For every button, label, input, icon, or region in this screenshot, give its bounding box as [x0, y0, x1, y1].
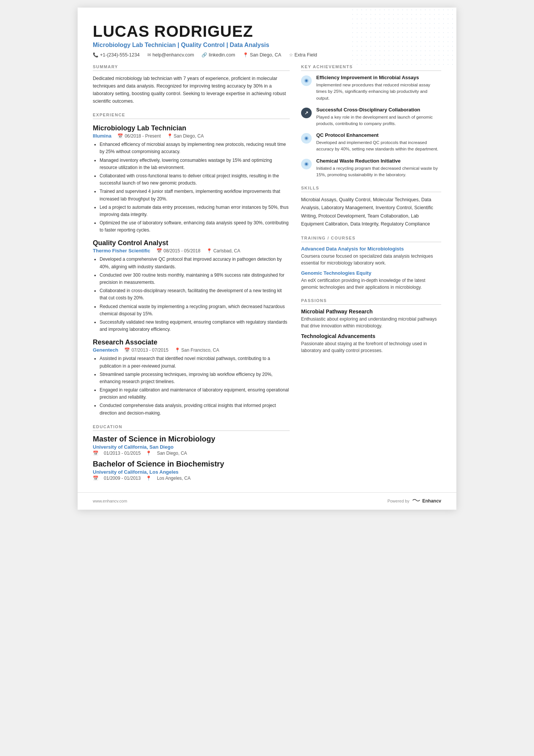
- resume-header: LUCAS RODRIGUEZ Microbiology Lab Technic…: [93, 23, 441, 58]
- skills-section-title: SKILLS: [301, 186, 441, 192]
- achievement-heading-3: QC Protocol Enhancement: [316, 132, 441, 139]
- summary-section-title: SUMMARY: [93, 64, 290, 71]
- email-value: help@enhancv.com: [153, 52, 194, 58]
- svg-point-1: [305, 80, 308, 82]
- job-bullets-3: Assisted in pivotal research that identi…: [93, 355, 290, 417]
- edu-meta-1: 📅 01/2013 - 01/2015 📍 San Diego, CA: [93, 451, 290, 456]
- bullet-1-4: Trained and supervised 4 junior staff me…: [100, 188, 290, 202]
- candidate-name: LUCAS RODRIGUEZ: [93, 23, 441, 40]
- achievement-icon-4: [301, 159, 312, 169]
- bullet-3-1: Assisted in pivotal research that identi…: [100, 355, 290, 369]
- bullet-2-3: Collaborated in cross-disciplinary resea…: [100, 287, 290, 302]
- passion-title-2: Technological Advancements: [301, 333, 441, 339]
- bullet-2-5: Successfully validated new testing equip…: [100, 319, 290, 333]
- email-icon: ✉: [147, 52, 151, 58]
- extra-field: ☆ Extra Field: [289, 52, 317, 58]
- company-2: Thermo Fisher Scientific: [93, 248, 150, 254]
- job-dates-3: 📅 07/2013 - 07/2015: [124, 347, 168, 353]
- extra-value: Extra Field: [295, 52, 317, 58]
- achievement-item-2: ↗ Successful Cross-Disciplinary Collabor…: [301, 107, 441, 127]
- bullet-3-3: Engaged in regular calibration and maint…: [100, 387, 290, 401]
- bullet-2-4: Reduced chemical waste by implementing a…: [100, 303, 290, 318]
- skills-text: Microbial Assays, Quality Control, Molec…: [301, 196, 441, 228]
- bullet-2-2: Conducted over 300 routine tests monthly…: [100, 272, 290, 286]
- location-icon: 📍: [243, 52, 248, 58]
- main-content: SUMMARY Dedicated microbiology lab techn…: [93, 64, 441, 481]
- achievement-text-3: QC Protocol Enhancement Developed and im…: [316, 132, 441, 152]
- achievement-item-4: Chemical Waste Reduction Initiative Init…: [301, 158, 441, 178]
- experience-section-title: EXPERIENCE: [93, 113, 290, 119]
- achievement-text-2: Successful Cross-Disciplinary Collaborat…: [316, 107, 441, 127]
- pin-icon-1: 📍: [167, 133, 173, 139]
- edu-calendar-icon-2: 📅: [93, 476, 98, 481]
- left-column: SUMMARY Dedicated microbiology lab techn…: [93, 64, 290, 481]
- edu-school-1: University of California, San Diego: [93, 444, 290, 450]
- passions-section-title: PASSIONS: [301, 298, 441, 305]
- edu-entry-1: Master of Science in Microbiology Univer…: [93, 435, 290, 456]
- achievement-heading-4: Chemical Waste Reduction Initiative: [316, 158, 441, 164]
- achievement-desc-2: Played a key role in the development and…: [316, 114, 441, 127]
- email-contact: ✉ help@enhancv.com: [147, 52, 194, 58]
- contact-bar: 📞 +1-(234)-555-1234 ✉ help@enhancv.com 🔗…: [93, 52, 441, 58]
- location-contact: 📍 San Diego, CA: [243, 52, 281, 58]
- achievement-item-1: Efficiency Improvement in Microbial Assa…: [301, 75, 441, 102]
- achievement-heading-2: Successful Cross-Disciplinary Collaborat…: [316, 107, 441, 113]
- edu-meta-2: 📅 01/2009 - 01/2013 📍 Los Angeles, CA: [93, 476, 290, 481]
- achievement-icon-1: [301, 75, 312, 86]
- job-dates-1: 📅 06/2018 - Present: [117, 133, 161, 139]
- job-location-2: 📍 Carlsbad, CA: [206, 248, 240, 254]
- training-desc-1: Coursera course focused on specialized d…: [301, 253, 441, 266]
- training-title-1: Advanced Data Analysis for Microbiologis…: [301, 246, 441, 252]
- training-item-2: Genomic Technologies Equity An edX certi…: [301, 270, 441, 291]
- resume-document: LUCAS RODRIGUEZ Microbiology Lab Technic…: [78, 8, 456, 510]
- training-desc-2: An edX certification providing in-depth …: [301, 277, 441, 291]
- job-dates-2: 📅 08/2015 - 05/2018: [156, 248, 200, 254]
- job-entry-1: Microbiology Lab Technician Illumina 📅 0…: [93, 124, 290, 234]
- summary-text: Dedicated microbiology lab technician wi…: [93, 75, 290, 105]
- job-bullets-2: Developed a comprehensive QC protocol th…: [93, 256, 290, 333]
- link-icon: 🔗: [201, 52, 207, 58]
- job-location-3: 📍 San Francisco, CA: [175, 347, 219, 353]
- bullet-1-6: Optimized the use of laboratory software…: [100, 219, 290, 234]
- achievement-icon-2: ↗: [301, 108, 312, 118]
- edu-pin-icon-1: 📍: [146, 451, 151, 456]
- job-meta-3: Genentech 📅 07/2013 - 07/2015 📍 San Fran…: [93, 347, 290, 353]
- job-meta-2: Thermo Fisher Scientific 📅 08/2015 - 05/…: [93, 248, 290, 254]
- passion-item-1: Microbial Pathway Research Enthusiastic …: [301, 308, 441, 329]
- achievement-text-4: Chemical Waste Reduction Initiative Init…: [316, 158, 441, 178]
- edu-school-2: University of California, Los Angeles: [93, 469, 290, 475]
- edu-calendar-icon-1: 📅: [93, 451, 98, 456]
- edu-degree-2: Bachelor of Science in Biochemistry: [93, 460, 290, 468]
- education-section-title: EDUCATION: [93, 424, 290, 431]
- edu-pin-icon-2: 📍: [146, 476, 151, 481]
- bullet-1-2: Managed inventory effectively, lowering …: [100, 157, 290, 171]
- achievements-section-title: KEY ACHIEVEMENTS: [301, 64, 441, 71]
- job-bullets-1: Enhanced efficiency of microbial assays …: [93, 141, 290, 234]
- calendar-icon-1: 📅: [117, 133, 123, 139]
- company-1: Illumina: [93, 133, 111, 139]
- job-location-1: 📍 San Diego, CA: [167, 133, 204, 139]
- achievement-desc-4: Initiated a recycling program that decre…: [316, 165, 441, 178]
- bullet-1-3: Collaborated with cross-functional teams…: [100, 172, 290, 187]
- achievement-desc-3: Developed and implemented QC protocols t…: [316, 139, 441, 153]
- training-title-2: Genomic Technologies Equity: [301, 270, 441, 276]
- calendar-icon-3: 📅: [124, 347, 130, 353]
- bullet-3-2: Streamlined sample processing techniques…: [100, 371, 290, 385]
- job-title-1: Microbiology Lab Technician: [93, 124, 290, 132]
- logo-icon: [412, 497, 421, 505]
- enhancv-logo: Enhancv: [412, 497, 441, 505]
- bullet-3-4: Conducted comprehensive data analysis, p…: [100, 402, 290, 416]
- bullet-2-1: Developed a comprehensive QC protocol th…: [100, 256, 290, 270]
- svg-point-3: [305, 137, 308, 139]
- location-value: San Diego, CA: [250, 52, 281, 58]
- passion-desc-1: Enthusiastic about exploring and underst…: [301, 316, 441, 329]
- pin-icon-3: 📍: [175, 347, 180, 353]
- job-title-3: Research Associate: [93, 338, 290, 346]
- achievement-item-3: QC Protocol Enhancement Developed and im…: [301, 132, 441, 152]
- candidate-title: Microbiology Lab Technician | Quality Co…: [93, 42, 441, 49]
- brand-name: Enhancv: [422, 498, 441, 504]
- achievement-text-1: Efficiency Improvement in Microbial Assa…: [316, 75, 441, 102]
- calendar-icon-2: 📅: [156, 248, 162, 254]
- achievement-desc-1: Implemented new procedures that reduced …: [316, 82, 441, 102]
- powered-label: Powered by: [387, 499, 409, 503]
